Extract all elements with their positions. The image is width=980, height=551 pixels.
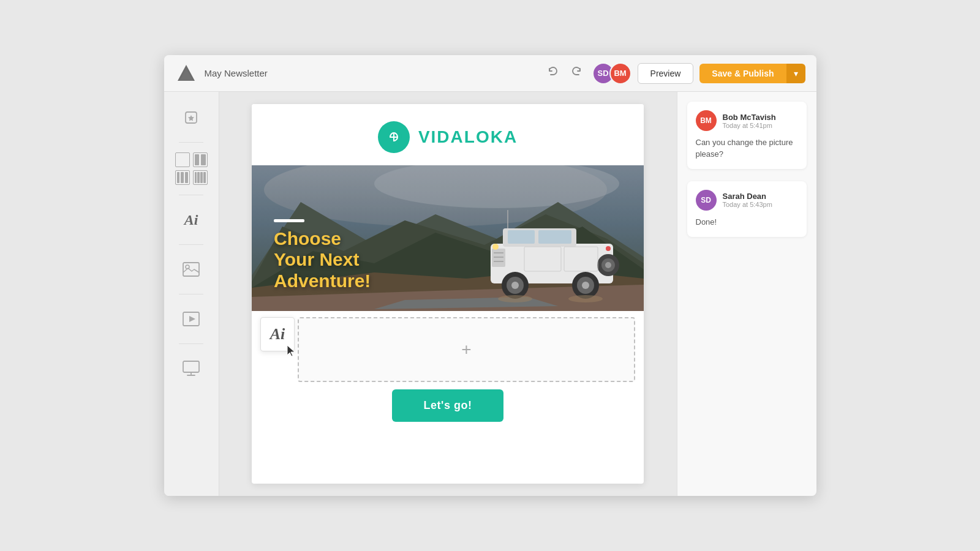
header: May Newsletter SD BM Preview Save & Publ… xyxy=(164,55,816,92)
comment-entry-sd: SD Sarah Dean Today at 5:43pm Done! xyxy=(687,181,807,237)
comment-meta-sd: Sarah Dean Today at 5:43pm xyxy=(723,192,772,208)
email-canvas: VIDALOKA xyxy=(252,104,644,484)
comment-text-bm: Can you change the picture please? xyxy=(696,137,798,160)
sidebar-item-image[interactable] xyxy=(174,252,208,287)
cta-section: Let's go! xyxy=(252,380,644,434)
comment-author-bm: Bob McTavish xyxy=(723,113,776,122)
sidebar-item-favorites[interactable] xyxy=(174,100,208,135)
text-drop-row: Ai + xyxy=(252,311,644,380)
layout-grid xyxy=(173,150,210,187)
svg-marker-45 xyxy=(287,345,295,356)
svg-rect-3 xyxy=(183,263,199,276)
canvas-area[interactable]: VIDALOKA xyxy=(219,92,677,496)
sidebar-item-screen[interactable] xyxy=(174,351,208,386)
brand-name: VIDALOKA xyxy=(418,127,518,147)
comment-avatar-bm: BM xyxy=(696,110,717,131)
redo-button[interactable] xyxy=(567,63,586,83)
sidebar-divider-1 xyxy=(179,142,203,143)
svg-point-33 xyxy=(511,282,519,289)
undo-button[interactable] xyxy=(543,63,563,83)
comment-text-sd: Done! xyxy=(696,217,798,228)
hero-text-block: ChooseYour NextAdventure! xyxy=(274,219,371,292)
hero-image: ChooseYour NextAdventure! xyxy=(252,165,644,311)
layout-3col[interactable] xyxy=(175,170,190,185)
svg-point-44 xyxy=(568,295,603,302)
svg-point-29 xyxy=(492,244,499,250)
comment-time-sd: Today at 5:43pm xyxy=(723,201,772,208)
comment-author-sd: Sarah Dean xyxy=(723,192,772,201)
app-logo xyxy=(175,62,197,84)
comment-avatar-sd: SD xyxy=(696,190,717,211)
sidebar-text-icon: Ai xyxy=(184,212,198,228)
comment-header-bm: BM Bob McTavish Today at 5:41pm xyxy=(696,110,798,131)
hero-accent-bar xyxy=(274,219,304,222)
layout-2col[interactable] xyxy=(193,152,208,167)
header-actions: SD BM Preview Save & Publish ▾ xyxy=(543,62,805,84)
sidebar-divider-4 xyxy=(179,294,203,294)
layout-4col[interactable] xyxy=(193,170,208,185)
cursor-icon xyxy=(286,344,297,358)
comment-entry-bm: BM Bob McTavish Today at 5:41pm Can you … xyxy=(687,102,807,169)
svg-rect-23 xyxy=(508,230,535,244)
sidebar-divider-5 xyxy=(179,343,203,344)
preview-button[interactable]: Preview xyxy=(638,63,694,84)
svg-rect-24 xyxy=(538,230,571,244)
hero-headline: ChooseYour NextAdventure! xyxy=(274,228,371,292)
sidebar-divider-3 xyxy=(179,244,203,245)
main-area: Ai xyxy=(164,92,816,496)
floating-text-label: Ai xyxy=(270,325,285,343)
comment-meta-bm: Bob McTavish Today at 5:41pm xyxy=(723,113,776,129)
comment-time-bm: Today at 5:41pm xyxy=(723,122,776,129)
layout-1col[interactable] xyxy=(175,152,190,167)
save-publish-button[interactable]: Save & Publish xyxy=(699,64,786,83)
svg-point-43 xyxy=(498,295,532,302)
drop-zone[interactable]: + xyxy=(298,317,635,382)
avatar-bm: BM xyxy=(609,62,631,84)
collaborators: SD BM xyxy=(592,62,631,84)
document-title: May Newsletter xyxy=(205,68,536,78)
sidebar-item-video[interactable] xyxy=(174,302,208,336)
cta-button[interactable]: Let's go! xyxy=(392,389,504,422)
svg-rect-7 xyxy=(183,361,199,372)
comment-header-sd: SD Sarah Dean Today at 5:43pm xyxy=(696,190,798,211)
svg-point-30 xyxy=(606,246,611,251)
left-sidebar: Ai xyxy=(164,92,219,496)
svg-point-39 xyxy=(605,262,611,268)
email-brand-header: VIDALOKA xyxy=(252,104,644,165)
sidebar-item-text[interactable]: Ai xyxy=(174,203,208,237)
drop-zone-plus: + xyxy=(461,340,471,359)
svg-marker-6 xyxy=(189,316,195,322)
sidebar-divider-2 xyxy=(179,195,203,195)
save-publish-dropdown[interactable]: ▾ xyxy=(786,64,805,83)
save-publish-group: Save & Publish ▾ xyxy=(699,64,805,83)
comments-panel: BM Bob McTavish Today at 5:41pm Can you … xyxy=(677,92,816,496)
svg-point-36 xyxy=(582,282,589,289)
brand-logo-circle xyxy=(378,121,410,153)
undo-redo-group xyxy=(543,63,586,83)
app-window: May Newsletter SD BM Preview Save & Publ… xyxy=(164,55,816,496)
